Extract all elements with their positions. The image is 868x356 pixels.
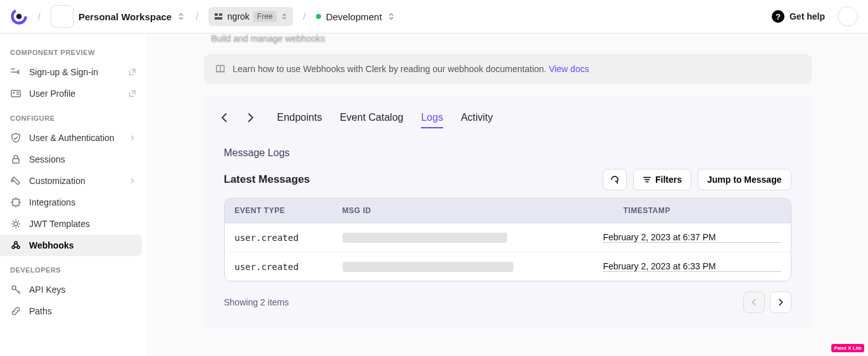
logs-panel: Endpoints Event Catalog Logs Activity Me… — [204, 97, 812, 328]
col-msg-id: MSG ID — [332, 199, 613, 223]
chevron-right-icon — [128, 176, 137, 185]
clerk-logo[interactable] — [10, 8, 28, 25]
key-icon — [10, 284, 22, 295]
plan-badge: Free — [253, 11, 277, 22]
svg-point-8 — [14, 222, 18, 226]
col-timestamp: TIMESTAMP — [613, 199, 791, 223]
sidebar-item-label: API Keys — [29, 285, 137, 295]
banner-text: Learn how to use Webhooks with Clerk by … — [233, 64, 589, 74]
sidebar-item-label: User Profile — [29, 89, 120, 99]
cell-timestamp: February 2, 2023 at 6:33 PM — [603, 261, 781, 272]
help-icon: ? — [772, 10, 784, 23]
lock-icon — [10, 154, 22, 165]
message-logs-title: Message Logs — [204, 135, 812, 164]
sidebar-item-label: Customization — [29, 176, 120, 186]
cell-msg-id — [343, 233, 603, 243]
get-help-button[interactable]: ? Get help — [772, 10, 825, 23]
tab-activity[interactable]: Activity — [461, 108, 493, 128]
main-content: Build and manage webhooks Learn how to u… — [147, 34, 868, 356]
filter-icon — [643, 175, 651, 184]
col-event-type: EVENT TYPE — [225, 199, 332, 223]
nav-back-button[interactable] — [219, 112, 232, 125]
cell-timestamp: February 2, 2023 at 6:37 PM — [603, 232, 781, 243]
latest-messages-title: Latest Messages — [224, 173, 597, 186]
page-next-button[interactable] — [770, 292, 791, 313]
sidebar-section-developers: DEVELOPERS — [0, 256, 147, 279]
jump-label: Jump to Message — [707, 175, 781, 185]
svg-rect-3 — [219, 13, 222, 16]
workspace-switcher-icon[interactable] — [177, 12, 186, 21]
user-avatar[interactable] — [838, 6, 858, 27]
external-link-icon — [128, 89, 137, 98]
info-banner: Learn how to use Webhooks with Clerk by … — [204, 54, 812, 84]
sidebar-item-label: Paths — [29, 306, 137, 316]
instance-switcher-icon — [387, 12, 396, 21]
svg-rect-5 — [11, 90, 20, 97]
profile-icon — [10, 88, 22, 99]
table-row[interactable]: user.created February 2, 2023 at 6:33 PM — [225, 252, 791, 281]
breadcrumb-sep: / — [298, 11, 311, 21]
chevron-left-icon — [750, 298, 758, 307]
view-docs-link[interactable]: View docs — [549, 64, 589, 74]
instance-name: Development — [326, 11, 382, 22]
sidebar-item-user-profile[interactable]: User Profile — [0, 83, 147, 104]
cell-msg-id — [343, 262, 603, 272]
sidebar-section-configure: CONFIGURE — [0, 104, 147, 127]
messages-table: EVENT TYPE MSG ID TIMESTAMP user.created… — [224, 198, 791, 281]
sidebar-item-customization[interactable]: Customization — [0, 170, 147, 192]
filters-label: Filters — [655, 175, 682, 185]
chevron-right-icon — [776, 298, 785, 307]
app-icon — [213, 11, 223, 21]
page-prev-button[interactable] — [743, 292, 765, 313]
shield-icon — [10, 132, 22, 144]
breadcrumb-sep: / — [191, 11, 203, 21]
sidebar-item-integrations[interactable]: Integrations — [0, 192, 147, 213]
table-row[interactable]: user.created February 2, 2023 at 6:37 PM — [225, 223, 791, 252]
app-name: ngrok — [227, 11, 249, 21]
sidebar-item-label: Webhooks — [29, 240, 132, 250]
tabs: Endpoints Event Catalog Logs Activity — [277, 108, 493, 128]
svg-point-1 — [16, 14, 22, 20]
table-header: EVENT TYPE MSG ID TIMESTAMP — [225, 199, 791, 223]
refresh-icon — [610, 175, 620, 185]
svg-rect-4 — [215, 17, 222, 20]
sidebar-section-preview: COMPONENT PREVIEW — [0, 39, 147, 61]
status-dot-icon — [316, 14, 321, 19]
cell-event-type: user.created — [235, 233, 343, 243]
svg-point-6 — [13, 92, 15, 94]
sidebar: COMPONENT PREVIEW Sign-up & Sign-in User… — [0, 34, 147, 356]
link-icon — [10, 305, 22, 317]
tab-endpoints[interactable]: Endpoints — [277, 108, 322, 128]
svg-rect-2 — [215, 13, 218, 16]
page-subtitle: Build and manage webhooks — [204, 34, 812, 54]
sidebar-item-signup-signin[interactable]: Sign-up & Sign-in — [0, 61, 147, 83]
instance-crumb[interactable]: Development — [316, 11, 396, 22]
external-link-icon — [128, 68, 137, 77]
chevron-right-icon — [128, 133, 137, 142]
sidebar-item-jwt-templates[interactable]: JWT Templates — [0, 213, 147, 235]
pager-info: Showing 2 items — [224, 297, 738, 307]
webhook-icon — [10, 240, 22, 251]
workspace-avatar[interactable] — [51, 5, 73, 28]
workspace-name[interactable]: Personal Workspace — [79, 11, 172, 22]
jump-to-message-button[interactable]: Jump to Message — [698, 169, 791, 190]
sidebar-item-sessions[interactable]: Sessions — [0, 149, 147, 170]
app-crumb[interactable]: ngrok Free — [208, 7, 293, 26]
sidebar-item-paths[interactable]: Paths — [0, 300, 147, 322]
sidebar-item-label: Integrations — [29, 197, 137, 207]
top-bar: / Personal Workspace / ngrok Free / Deve… — [0, 0, 868, 34]
pagination: Showing 2 items — [204, 281, 812, 313]
filters-button[interactable]: Filters — [633, 169, 691, 190]
breadcrumb-sep: / — [33, 11, 46, 21]
refresh-button[interactable] — [603, 169, 627, 190]
svg-point-11 — [15, 242, 17, 244]
sidebar-item-label: Sign-up & Sign-in — [29, 67, 120, 77]
puzzle-icon — [10, 197, 22, 208]
watermark-badge: Paint X Lite — [831, 344, 864, 352]
tab-logs[interactable]: Logs — [421, 108, 443, 128]
nav-forward-button[interactable] — [244, 112, 257, 125]
sidebar-item-webhooks[interactable]: Webhooks — [0, 235, 142, 256]
sidebar-item-user-auth[interactable]: User & Authentication — [0, 127, 147, 149]
sidebar-item-api-keys[interactable]: API Keys — [0, 279, 147, 300]
tab-event-catalog[interactable]: Event Catalog — [340, 108, 404, 128]
